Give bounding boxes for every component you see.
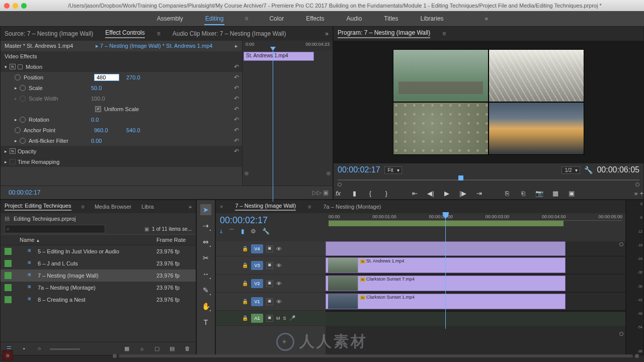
- twirl-icon[interactable]: ▸: [15, 138, 20, 143]
- program-tab[interactable]: Program: 7 – Nesting (Image Wall): [338, 29, 430, 38]
- audio-mixer-tab[interactable]: Audio Clip Mixer: 7 – Nesting (Image Wal…: [173, 30, 286, 37]
- scroll-handle[interactable]: [327, 171, 331, 175]
- workspace-effects[interactable]: Effects: [305, 12, 325, 25]
- track-header-v3[interactable]: 🔒 V3 ▣ 👁: [216, 256, 326, 275]
- mute-label[interactable]: M: [276, 316, 280, 321]
- workspace-libraries[interactable]: Libraries: [420, 12, 445, 25]
- lift-icon[interactable]: ⎘: [503, 190, 512, 197]
- track-toggle-icon[interactable]: ▣: [266, 262, 273, 269]
- snap-icon[interactable]: ⫰: [220, 228, 223, 236]
- timeline-tab-active[interactable]: 7 – Nesting (Image Wall): [235, 203, 296, 211]
- sequence-clip-breadcrumb[interactable]: 7 – Nesting (Image Wall) * St. Andrews 1…: [100, 43, 212, 49]
- wrench-icon[interactable]: 🔧: [262, 228, 270, 236]
- workspace-overflow-icon[interactable]: »: [485, 15, 489, 22]
- ec-playback-buttons[interactable]: ▷▷ ▣: [312, 189, 329, 196]
- timeline-tracks[interactable]: fxSt. Andrews 1.mp4 fxClarkston Sunset 7…: [326, 241, 625, 355]
- slip-tool-icon[interactable]: ↔: [200, 268, 211, 280]
- twirl-icon[interactable]: ▸: [5, 159, 10, 164]
- motion-rect-icon[interactable]: [18, 64, 23, 69]
- scroll-handle[interactable]: [113, 354, 117, 358]
- type-tool-icon[interactable]: T: [200, 317, 211, 328]
- track-label[interactable]: V4: [251, 244, 263, 253]
- timeline-timecode[interactable]: 00:00:02:17: [220, 215, 321, 226]
- project-item[interactable]: ⊞ 8 – Creating a Nest 23.976 fp: [1, 294, 196, 306]
- media-browser-tab[interactable]: Media Browser: [95, 204, 131, 210]
- zoom-fit-select[interactable]: Fit: [384, 166, 402, 174]
- program-scrubber[interactable]: [338, 177, 639, 187]
- window-maximize-button[interactable]: [21, 3, 27, 9]
- program-timecode-current[interactable]: 00:00:02:17: [338, 165, 380, 174]
- new-item-icon[interactable]: ▤: [168, 345, 177, 352]
- ec-timecode[interactable]: 00:00:02:17: [5, 187, 44, 198]
- opacity-section[interactable]: Opacity: [18, 148, 88, 154]
- position-x-input[interactable]: 480: [94, 74, 119, 81]
- linked-selection-icon[interactable]: ⌒: [229, 228, 235, 236]
- project-item[interactable]: ⊞ 7 – Nesting (Image Wall) 23.976 fp: [1, 269, 196, 282]
- stopwatch-icon[interactable]: [15, 127, 21, 133]
- track-toggle-icon[interactable]: ▣: [266, 315, 273, 322]
- reset-icon[interactable]: ↶: [234, 84, 239, 92]
- voiceover-mic-icon[interactable]: 🎤: [289, 315, 295, 321]
- auto-seq-icon[interactable]: ▦: [122, 345, 131, 352]
- in-point-icon[interactable]: {: [366, 190, 375, 197]
- rotation-value[interactable]: 0.0: [91, 117, 116, 123]
- project-search-input[interactable]: [5, 225, 105, 233]
- reset-icon[interactable]: ↶: [234, 95, 239, 102]
- reset-icon[interactable]: ↶: [234, 74, 239, 81]
- track-zoom-handle[interactable]: [619, 242, 623, 246]
- eye-icon[interactable]: 👁: [276, 281, 282, 287]
- track-label[interactable]: V2: [251, 279, 263, 288]
- project-item[interactable]: ⊞ 6 – J and L Cuts 23.976 fp: [1, 257, 196, 269]
- marker-icon[interactable]: ▮: [350, 190, 359, 197]
- label-color-chip[interactable]: [5, 248, 12, 255]
- play-icon[interactable]: ▶: [442, 190, 451, 197]
- uniform-scale-checkbox[interactable]: ✓: [95, 106, 101, 112]
- lock-icon[interactable]: 🔒: [242, 246, 248, 251]
- reset-icon[interactable]: ↶: [234, 116, 239, 123]
- button-editor-icon[interactable]: » +: [634, 190, 643, 197]
- ec-playhead[interactable]: [273, 51, 273, 202]
- safe-margins-icon[interactable]: ▣: [567, 190, 576, 197]
- timeline-playhead[interactable]: [445, 213, 446, 329]
- creative-cloud-icon[interactable]: ⊙: [2, 350, 13, 361]
- stopwatch-icon[interactable]: [20, 117, 26, 123]
- track-header-v2[interactable]: 🔒 V2 ▣ 👁: [216, 275, 326, 293]
- reset-icon[interactable]: ↶: [234, 63, 239, 70]
- project-item[interactable]: ⊞ 7a – Nesting (Montage) 23.976 fp: [1, 282, 196, 294]
- track-toggle-icon[interactable]: ▣: [266, 298, 273, 305]
- add-marker-icon[interactable]: ▮: [241, 228, 245, 236]
- fx-badge-icon[interactable]: fx: [10, 64, 16, 69]
- anchor-x-value[interactable]: 960.0: [94, 127, 119, 133]
- scroll-handle[interactable]: [245, 171, 249, 175]
- track-label[interactable]: A1: [251, 314, 263, 323]
- comparison-icon[interactable]: ▦: [551, 190, 560, 197]
- panel-overflow-icon[interactable]: »: [189, 204, 192, 210]
- anti-flicker-value[interactable]: 0.00: [91, 138, 116, 144]
- timeline-settings-icon[interactable]: ⚙: [251, 228, 256, 236]
- lock-icon[interactable]: 🔒: [242, 315, 248, 321]
- position-y-value[interactable]: 270.0: [126, 74, 151, 80]
- workspace-audio[interactable]: Audio: [346, 12, 363, 25]
- column-name[interactable]: Name ▲: [20, 237, 156, 243]
- window-close-button[interactable]: [4, 3, 10, 9]
- zoom-handle[interactable]: [635, 183, 639, 187]
- twirl-icon[interactable]: ▾: [5, 64, 10, 69]
- freeform-view-icon[interactable]: ○: [35, 345, 44, 352]
- label-color-chip[interactable]: [5, 296, 12, 303]
- pen-tool-icon[interactable]: ✎: [200, 285, 211, 296]
- track-header-v1[interactable]: 🔒 V1 ▣ 👁: [216, 293, 326, 311]
- track-zoom-handle[interactable]: [619, 332, 623, 336]
- hand-tool-icon[interactable]: ✋: [200, 301, 211, 312]
- extract-icon[interactable]: ⎗: [519, 190, 528, 197]
- column-frame-rate[interactable]: Frame Rate: [156, 237, 192, 243]
- step-back-icon[interactable]: ◀|: [426, 190, 435, 197]
- track-toggle-icon[interactable]: ▣: [266, 280, 273, 287]
- label-color-chip[interactable]: [5, 260, 12, 267]
- reset-icon[interactable]: ↶: [234, 137, 239, 144]
- program-monitor-view[interactable]: [334, 41, 643, 163]
- filter-bin-icon[interactable]: ▣: [144, 226, 149, 232]
- window-minimize-button[interactable]: [13, 3, 18, 9]
- workspace-editing[interactable]: Editing: [204, 12, 225, 25]
- workspace-assembly[interactable]: Assembly: [156, 12, 184, 25]
- reset-icon[interactable]: ↶: [234, 148, 239, 155]
